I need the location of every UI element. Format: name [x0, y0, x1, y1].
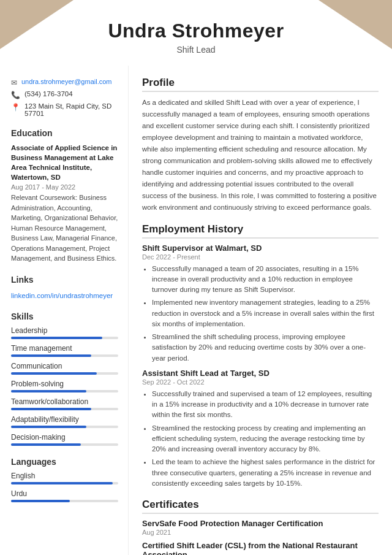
skills-title: Skills — [11, 312, 118, 321]
email-link[interactable]: undra.strohmeyer@gmail.com — [21, 78, 112, 85]
cert-title: ServSafe Food Protection Manager Certifi… — [142, 519, 379, 528]
languages-container: English Urdu — [11, 472, 118, 502]
job-bullet: Successfully managed a team of 20 associ… — [152, 264, 379, 296]
skills-container: Leadership Time management Communication… — [11, 326, 118, 446]
skill-item: Time management — [11, 344, 118, 357]
language-bar — [11, 500, 118, 502]
job-bullet: Implemented new inventory management str… — [152, 297, 379, 329]
languages-title: Languages — [11, 457, 118, 467]
email-item: ✉ undra.strohmeyer@gmail.com — [11, 78, 118, 87]
cert-entry: ServSafe Food Protection Manager Certifi… — [142, 519, 379, 536]
skill-item: Leadership — [11, 326, 118, 339]
edu-coursework: Relevant Coursework: Business Administra… — [11, 193, 118, 264]
language-label: Urdu — [11, 489, 118, 498]
skill-bar — [11, 390, 118, 392]
skill-item: Adaptability/flexibility — [11, 415, 118, 428]
phone-text: (534) 176-3704 — [24, 90, 73, 98]
job-date: Dec 2022 - Present — [142, 253, 379, 261]
jobs-container: Shift Supervisor at Walmart, SD Dec 2022… — [142, 243, 379, 489]
language-item: Urdu — [11, 489, 118, 502]
job-bullet: Led the team to achieve the highest sale… — [152, 457, 379, 489]
certificates-section: Certificates ServSafe Food Protection Ma… — [142, 499, 379, 555]
job-entry: Shift Supervisor at Walmart, SD Dec 2022… — [142, 243, 379, 364]
job-title: Shift Supervisor at Walmart, SD — [142, 243, 379, 253]
skill-item: Problem-solving — [11, 380, 118, 392]
skill-label: Communication — [11, 362, 118, 370]
education-title: Education — [11, 128, 118, 138]
cert-title: Certified Shift Leader (CSL) from the Na… — [142, 541, 379, 555]
languages-section: Languages English Urdu — [11, 457, 118, 502]
language-bar-fill — [11, 500, 70, 502]
email-icon: ✉ — [11, 78, 17, 87]
links-title: Links — [11, 275, 118, 285]
job-bullet: Successfully trained and supervised a te… — [152, 389, 379, 421]
main-content: Profile As a dedicated and skilled Shift… — [129, 66, 392, 555]
skill-label: Adaptability/flexibility — [11, 415, 118, 424]
skill-item: Teamwork/collaboration — [11, 397, 118, 410]
resume-page: Undra Strohmeyer Shift Lead ✉ undra.stro… — [0, 0, 392, 555]
skill-bar-fill — [11, 426, 86, 428]
skill-item: Decision-making — [11, 433, 118, 446]
skill-bar-fill — [11, 443, 81, 446]
header: Undra Strohmeyer Shift Lead — [0, 0, 392, 66]
job-entry: Assistant Shift Lead at Target, SD Sep 2… — [142, 369, 379, 489]
employment-section-title: Employment History — [142, 223, 379, 239]
skill-bar — [11, 443, 118, 446]
certs-container: ServSafe Food Protection Manager Certifi… — [142, 519, 379, 555]
skill-bar — [11, 354, 118, 357]
profile-section-title: Profile — [142, 77, 379, 92]
education-section: Education Associate of Applied Science i… — [11, 128, 118, 264]
skill-bar-fill — [11, 354, 91, 357]
contact-section: ✉ undra.strohmeyer@gmail.com 📞 (534) 176… — [11, 78, 118, 117]
skills-section: Skills Leadership Time management Commun… — [11, 312, 118, 446]
body: ✉ undra.strohmeyer@gmail.com 📞 (534) 176… — [0, 66, 392, 555]
job-bullets-list: Successfully trained and supervised a te… — [142, 389, 379, 489]
candidate-title: Shift Lead — [12, 45, 380, 55]
skill-bar-fill — [11, 390, 86, 392]
address-text: 123 Main St, Rapid City, SD 57701 — [24, 102, 118, 117]
skill-bar-fill — [11, 337, 102, 339]
profile-text: As a dedicated and skilled Shift Lead wi… — [142, 97, 379, 213]
linkedin-item: linkedin.com/in/undrastrohmeyer — [11, 289, 118, 300]
location-icon: 📍 — [11, 103, 20, 112]
skill-bar — [11, 408, 118, 410]
links-section: Links linkedin.com/in/undrastrohmeyer — [11, 275, 118, 300]
certificates-section-title: Certificates — [142, 499, 379, 514]
skill-bar — [11, 426, 118, 428]
job-date: Sep 2022 - Oct 2022 — [142, 378, 379, 386]
skill-bar — [11, 372, 118, 375]
phone-item: 📞 (534) 176-3704 — [11, 90, 118, 99]
edu-dates: Aug 2017 - May 2022 — [11, 183, 118, 191]
job-bullet: Streamlined the restocking process by cr… — [152, 423, 379, 455]
language-bar — [11, 482, 118, 484]
skill-label: Time management — [11, 344, 118, 353]
job-bullet: Streamlined the shift scheduling process… — [152, 332, 379, 364]
job-bullets-list: Successfully managed a team of 20 associ… — [142, 264, 379, 364]
address-item: 📍 123 Main St, Rapid City, SD 57701 — [11, 102, 118, 117]
skill-item: Communication — [11, 362, 118, 375]
language-label: English — [11, 472, 118, 480]
skill-bar-fill — [11, 408, 91, 410]
language-bar-fill — [11, 482, 113, 484]
skill-bar-fill — [11, 372, 97, 375]
language-item: English — [11, 472, 118, 484]
phone-icon: 📞 — [11, 91, 20, 99]
skill-bar — [11, 337, 118, 339]
job-title: Assistant Shift Lead at Target, SD — [142, 369, 379, 378]
edu-degree: Associate of Applied Science in Business… — [11, 143, 118, 182]
skill-label: Teamwork/collaboration — [11, 397, 118, 406]
employment-section: Employment History Shift Supervisor at W… — [142, 223, 379, 489]
linkedin-link[interactable]: linkedin.com/in/undrastrohmeyer — [11, 292, 113, 299]
cert-date: Aug 2021 — [142, 529, 379, 536]
skill-label: Decision-making — [11, 433, 118, 442]
sidebar: ✉ undra.strohmeyer@gmail.com 📞 (534) 176… — [0, 66, 129, 555]
skill-label: Problem-solving — [11, 380, 118, 388]
skill-label: Leadership — [11, 326, 118, 335]
cert-entry: Certified Shift Leader (CSL) from the Na… — [142, 541, 379, 555]
candidate-name: Undra Strohmeyer — [12, 20, 380, 42]
profile-section: Profile As a dedicated and skilled Shift… — [142, 77, 379, 213]
